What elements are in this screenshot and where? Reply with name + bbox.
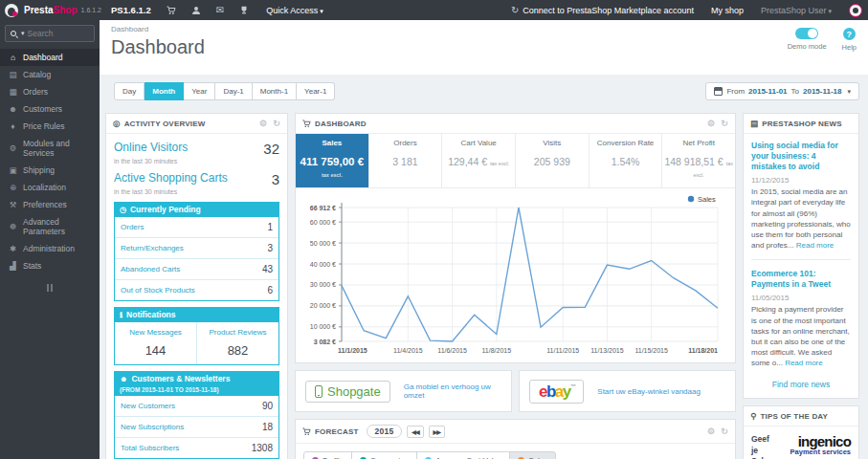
- cart-icon[interactable]: [167, 6, 176, 15]
- metric-sales-button[interactable]: Sales: [509, 451, 556, 459]
- sidebar-item-price-rules[interactable]: ♦Price Rules: [0, 118, 100, 135]
- breadcrumb: Dashboard: [111, 25, 858, 33]
- svg-text:3 082 €: 3 082 €: [314, 339, 336, 345]
- svg-text:60 000 €: 60 000 €: [310, 219, 336, 226]
- refresh-icon[interactable]: ↻: [721, 426, 728, 436]
- toggle-on-icon[interactable]: [795, 28, 818, 39]
- sidebar-item-localization[interactable]: ⊕Localization: [0, 179, 100, 196]
- active-carts-link[interactable]: Active Shopping Carts: [114, 171, 228, 185]
- kpi-row: Sales411 759,00 € tax excl. Orders3 181 …: [296, 134, 735, 188]
- avatar[interactable]: [849, 4, 862, 17]
- new-customers-link[interactable]: New Customers: [121, 402, 175, 410]
- kpi-orders[interactable]: Orders3 181: [368, 134, 442, 187]
- shop-version: PS1.6.1.2: [111, 5, 151, 15]
- metric-conversion-button[interactable]: Conversion: [351, 451, 417, 459]
- gear-icon[interactable]: ⚙: [707, 426, 715, 436]
- ingenico-logo: ingenico Payment services: [782, 434, 851, 456]
- previous-year-button[interactable]: ◀◀: [407, 426, 423, 438]
- online-visitors-link[interactable]: Online Visitors: [114, 141, 188, 154]
- chevron-down-icon[interactable]: ▾: [21, 30, 25, 37]
- quick-access-menu[interactable]: Quick Access▾: [266, 6, 323, 15]
- new-messages-cell: New Messages144: [115, 322, 196, 364]
- period-month-button[interactable]: Month: [145, 82, 184, 100]
- svg-text:Sales: Sales: [698, 195, 716, 204]
- ebay-link[interactable]: Start uw eBay-winkel vandaag: [597, 387, 701, 396]
- sidebar-item-catalog[interactable]: ▤Catalog: [0, 66, 100, 83]
- period-day-1-button[interactable]: Day-1: [215, 82, 252, 100]
- catalog-icon: ▤: [6, 70, 20, 79]
- find-more-news-link[interactable]: Find more news: [751, 380, 851, 389]
- demo-mode-toggle[interactable]: Demo mode: [788, 28, 827, 52]
- new-subscriptions-link[interactable]: New Subscriptions: [121, 423, 184, 431]
- news-excerpt: In 2015, social media are an integral pa…: [751, 186, 851, 251]
- returns-link[interactable]: Return/Exchanges: [121, 244, 184, 252]
- active-carts-sub: in the last 30 minutes: [114, 188, 279, 195]
- news-icon: ▤: [750, 119, 758, 128]
- period-year-1-button[interactable]: Year-1: [297, 82, 335, 100]
- svg-text:11/13/2015: 11/13/2015: [590, 347, 624, 354]
- sidebar-collapse-toggle[interactable]: [0, 284, 100, 292]
- info-icon: ℹ: [120, 311, 122, 319]
- out-of-stock-link[interactable]: Out of Stock Products: [121, 286, 195, 295]
- total-subscribers-link[interactable]: Total Subscribers: [121, 444, 179, 452]
- period-day-button[interactable]: Day: [114, 82, 145, 100]
- customers-newsletters-section: ☻Customers & Newsletters (FROM 2015-11-0…: [114, 371, 279, 459]
- sidebar-item-administration[interactable]: ✱Administration: [0, 240, 100, 257]
- table-row: New Customers90: [115, 396, 278, 416]
- svg-text:20 000 €: 20 000 €: [310, 302, 336, 309]
- gear-icon[interactable]: ⚙: [707, 119, 715, 128]
- panel-title: PRESTASHOP NEWS: [762, 120, 842, 128]
- next-year-button[interactable]: ▶▶: [429, 426, 445, 438]
- news-headline-link[interactable]: Ecommerce 101: Payments in a Tweet: [751, 269, 851, 290]
- sidebar-item-advanced-parameters[interactable]: ☸Advanced Parameters: [0, 213, 100, 240]
- shopgate-link[interactable]: Ga mobiel en verhoog uw omzet: [404, 382, 501, 400]
- table-row: New Subscriptions18: [115, 416, 278, 437]
- refresh-icon[interactable]: ↻: [721, 119, 728, 128]
- svg-text:11/11/2015: 11/11/2015: [546, 347, 579, 354]
- pending-orders-link[interactable]: Orders: [121, 223, 144, 231]
- ebay-banner[interactable]: ebay™ Start uw eBay-winkel vandaag: [519, 370, 736, 412]
- sidebar-item-orders[interactable]: ▦Orders: [0, 83, 100, 100]
- news-excerpt: Picking a payment provider is one of the…: [751, 304, 851, 368]
- my-shop-link[interactable]: My shop: [711, 6, 744, 15]
- search-input[interactable]: [28, 29, 89, 38]
- kpi-cart-value[interactable]: Cart Value129,44 € tax excl.: [441, 134, 515, 187]
- sidebar-item-dashboard[interactable]: ⌂Dashboard: [0, 49, 100, 66]
- marketplace-link[interactable]: ↻Connect to PrestaShop Marketplace accou…: [511, 6, 694, 15]
- date-range-picker[interactable]: From2015-11-01 To2015-11-18 ▾: [705, 82, 859, 100]
- notifications-section: ℹNotifications New Messages144 Product R…: [114, 307, 279, 365]
- messages-icon[interactable]: ✉: [216, 6, 224, 15]
- product-reviews-link[interactable]: Product Reviews: [199, 328, 277, 337]
- forecast-year-selector[interactable]: 2015: [367, 425, 403, 438]
- svg-text:11/6/2015: 11/6/2015: [437, 347, 467, 354]
- sidebar-item-preferences[interactable]: ⚒Preferences: [0, 196, 100, 213]
- news-headline-link[interactable]: Using social media for your business: 4 …: [751, 141, 851, 172]
- sidebar-item-shipping[interactable]: ▣Shipping: [0, 162, 100, 179]
- kpi-net-profit[interactable]: Net Profit148 918,51 € tax excl.: [661, 134, 735, 187]
- sidebar-item-stats[interactable]: ▟Stats: [0, 257, 100, 274]
- gear-icon[interactable]: ⚙: [259, 119, 267, 128]
- orders-icon: ▦: [6, 87, 20, 97]
- lightbulb-icon: ⚲: [750, 411, 756, 421]
- kpi-conversion-rate[interactable]: Conversion Rate1.54%: [589, 134, 662, 187]
- sidebar-item-modules[interactable]: ⚙Modules and Services: [0, 135, 100, 162]
- forecast-metric-switcher: Traffic Conversion Average Cart Value Sa…: [296, 444, 735, 459]
- new-messages-link[interactable]: New Messages: [117, 328, 194, 337]
- trophy-icon[interactable]: [239, 6, 249, 15]
- refresh-icon[interactable]: ↻: [273, 119, 280, 128]
- sidebar-search[interactable]: ▾: [5, 25, 95, 42]
- metric-average-cart-value-button[interactable]: Average Cart Value: [416, 451, 510, 459]
- shopgate-banner[interactable]: Shopgate Ga mobiel en verhoog uw omzet: [295, 370, 512, 412]
- read-more-link[interactable]: Read more: [785, 359, 823, 367]
- abandoned-carts-link[interactable]: Abandoned Carts: [121, 265, 180, 273]
- user-menu[interactable]: PrestaShop User▾: [761, 6, 832, 15]
- help-button[interactable]: ? Help: [842, 28, 857, 52]
- period-month-1-button[interactable]: Month-1: [253, 82, 297, 100]
- sidebar-item-customers[interactable]: ☻Customers: [0, 100, 100, 118]
- period-year-button[interactable]: Year: [184, 82, 215, 100]
- employee-icon[interactable]: [191, 6, 201, 15]
- kpi-visits[interactable]: Visits205 939: [515, 134, 589, 187]
- read-more-link[interactable]: Read more: [796, 241, 835, 250]
- metric-traffic-button[interactable]: Traffic: [303, 451, 352, 459]
- kpi-sales[interactable]: Sales411 759,00 € tax excl.: [296, 134, 368, 187]
